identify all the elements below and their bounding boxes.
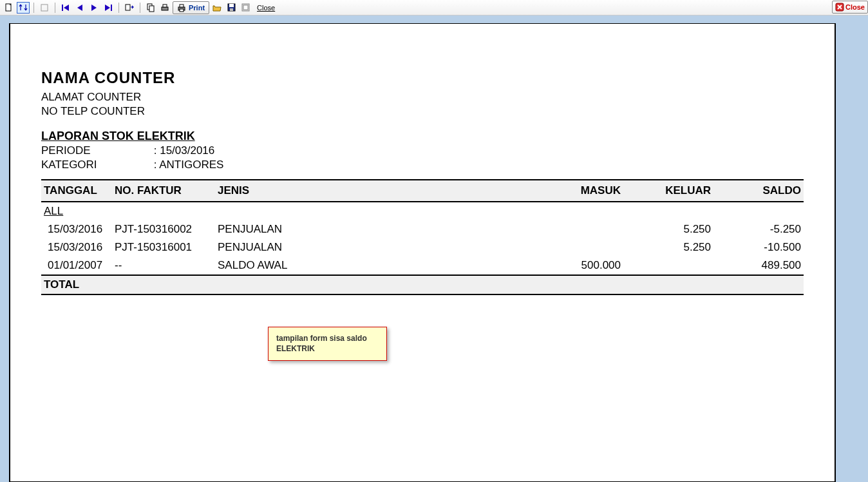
total-row: TOTAL — [41, 275, 804, 294]
cell-tanggal: 01/01/2007 — [41, 256, 112, 275]
counter-address: ALAMAT COUNTER — [41, 91, 804, 104]
svg-rect-1 — [41, 5, 48, 11]
total-label: TOTAL — [41, 275, 804, 294]
cell-keluar — [623, 256, 713, 275]
toolbar-separator — [140, 3, 140, 13]
col-masuk: MASUK — [533, 180, 623, 202]
svg-rect-8 — [180, 5, 184, 7]
goto-page-button[interactable] — [123, 2, 136, 14]
prev-page-button[interactable] — [73, 2, 86, 14]
table-row: 01/01/2007 -- SALDO AWAL 500.000 489.500 — [41, 256, 804, 275]
toolbar-separator — [55, 3, 55, 13]
zoom-tool-button[interactable] — [17, 2, 30, 14]
svg-rect-5 — [162, 7, 168, 10]
table-header-row: TANGGAL NO. FAKTUR JENIS MASUK KELUAR SA… — [41, 180, 804, 202]
toolbar: Print Close Close — [0, 0, 868, 15]
cell-jenis: PENJUALAN — [215, 220, 533, 238]
table-row: 15/03/2016 PJT-150316002 PENJUALAN 5.250… — [41, 220, 804, 238]
copy-button[interactable] — [144, 2, 157, 14]
svg-rect-9 — [180, 9, 184, 12]
period-value: 15/03/2016 — [160, 144, 214, 157]
toolbar-separator — [118, 3, 119, 13]
cell-saldo: 489.500 — [713, 256, 804, 275]
cell-jenis: PENJUALAN — [215, 238, 533, 256]
save-button[interactable] — [225, 2, 238, 14]
next-page-button[interactable] — [88, 2, 100, 14]
toolbar-separator — [33, 3, 34, 13]
print-button[interactable]: Print — [173, 1, 209, 14]
last-page-button[interactable] — [102, 2, 115, 14]
group-row: ALL — [41, 202, 804, 220]
cell-keluar: 5.250 — [623, 238, 713, 256]
category-label: KATEGORI — [41, 159, 151, 171]
col-no-faktur: NO. FAKTUR — [112, 180, 215, 202]
annotation-text: tampilan form sisa saldo ELEKTRIK — [276, 334, 367, 353]
cell-masuk — [533, 220, 623, 238]
printer-icon — [177, 3, 186, 12]
svg-rect-4 — [149, 6, 154, 12]
export-button[interactable] — [239, 2, 252, 14]
table-row: 15/03/2016 PJT-150316001 PENJUALAN 5.250… — [41, 238, 804, 256]
group-label: ALL — [41, 202, 804, 220]
report-table: TANGGAL NO. FAKTUR JENIS MASUK KELUAR SA… — [41, 179, 804, 295]
cell-saldo: -10.500 — [713, 238, 804, 256]
col-jenis: JENIS — [215, 180, 533, 202]
cell-tanggal: 15/03/2016 — [41, 220, 112, 238]
svg-rect-2 — [126, 5, 130, 10]
new-document-button[interactable] — [3, 2, 15, 14]
report-viewer: NAMA COUNTER ALAMAT COUNTER NO TELP COUN… — [0, 15, 868, 482]
page-width-button[interactable] — [38, 2, 51, 14]
period-label: PERIODE — [41, 144, 151, 157]
close-link[interactable]: Close — [257, 4, 275, 12]
cell-jenis: SALDO AWAL — [215, 256, 533, 275]
col-saldo: SALDO — [713, 180, 804, 202]
open-button[interactable] — [211, 2, 223, 14]
counter-name: NAMA COUNTER — [41, 69, 804, 87]
report-page: NAMA COUNTER ALAMAT COUNTER NO TELP COUN… — [9, 23, 836, 482]
col-tanggal: TANGGAL — [41, 180, 112, 202]
cell-keluar: 5.250 — [623, 220, 713, 238]
close-button[interactable]: Close — [832, 1, 868, 14]
cell-no-faktur: PJT-150316001 — [112, 238, 215, 256]
col-keluar: KELUAR — [623, 180, 713, 202]
cell-saldo: -5.250 — [713, 220, 804, 238]
close-icon — [835, 3, 844, 12]
svg-rect-6 — [163, 5, 167, 7]
annotation-callout: tampilan form sisa saldo ELEKTRIK — [268, 327, 387, 361]
counter-phone: NO TELP COUNTER — [41, 105, 804, 118]
cell-masuk — [533, 238, 623, 256]
cell-no-faktur: -- — [112, 256, 215, 275]
category-row: KATEGORI : ANTIGORES — [41, 159, 804, 171]
cell-masuk: 500.000 — [533, 256, 623, 275]
category-value: ANTIGORES — [159, 159, 223, 171]
printer-setup-button[interactable] — [158, 2, 171, 14]
close-button-label: Close — [845, 3, 865, 11]
print-label: Print — [189, 4, 205, 12]
cell-tanggal: 15/03/2016 — [41, 238, 112, 256]
svg-rect-11 — [229, 4, 234, 7]
report-section-title: LAPORAN STOK ELEKTRIK — [41, 130, 804, 143]
svg-rect-14 — [243, 5, 248, 10]
period-row: PERIODE : 15/03/2016 — [41, 144, 804, 157]
cell-no-faktur: PJT-150316002 — [112, 220, 215, 238]
svg-rect-12 — [230, 8, 233, 11]
first-page-button[interactable] — [59, 2, 72, 14]
